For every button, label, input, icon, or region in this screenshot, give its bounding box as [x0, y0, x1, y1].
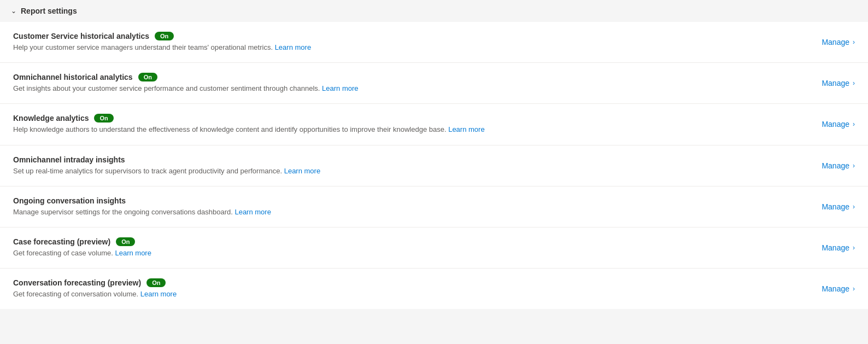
item-title-ongoing-conversation: Ongoing conversation insights [13, 196, 126, 205]
item-title-case-forecasting: Case forecasting (preview) [13, 237, 110, 246]
learn-more-link-knowledge-analytics[interactable]: Learn more [448, 125, 484, 133]
manage-link-omnichannel-historical[interactable]: Manage [822, 79, 849, 88]
item-left-case-forecasting: Case forecasting (preview) On Get foreca… [13, 237, 800, 258]
manage-link-case-forecasting[interactable]: Manage [822, 243, 849, 252]
item-right-omnichannel-intraday: Manage › [800, 161, 855, 170]
learn-more-link-ongoing-conversation[interactable]: Learn more [234, 208, 271, 216]
item-title-omnichannel-historical: Omnichannel historical analytics [13, 73, 133, 81]
chevron-right-icon-omnichannel-historical: › [853, 79, 855, 87]
item-title-row-knowledge-analytics: Knowledge analytics On [13, 114, 800, 123]
section-header[interactable]: ⌄ Report settings [0, 0, 868, 22]
settings-item-knowledge-analytics: Knowledge analytics On Help knowledge au… [0, 104, 868, 145]
item-title-row-customer-service-historical: Customer Service historical analytics On [13, 32, 800, 40]
item-left-omnichannel-intraday: Omnichannel intraday insights Set up rea… [13, 155, 800, 176]
learn-more-link-omnichannel-historical[interactable]: Learn more [322, 84, 358, 92]
item-description-case-forecasting: Get forecasting of case volume. Learn mo… [13, 248, 800, 258]
settings-list: Customer Service historical analytics On… [0, 22, 868, 309]
manage-link-customer-service-historical[interactable]: Manage [822, 38, 849, 46]
learn-more-link-customer-service-historical[interactable]: Learn more [275, 43, 311, 51]
settings-item-omnichannel-historical: Omnichannel historical analytics On Get … [0, 63, 868, 104]
settings-item-case-forecasting: Case forecasting (preview) On Get foreca… [0, 228, 868, 269]
item-left-customer-service-historical: Customer Service historical analytics On… [13, 32, 800, 53]
chevron-right-icon-knowledge-analytics: › [853, 120, 855, 128]
chevron-down-icon: ⌄ [11, 7, 16, 15]
item-title-row-conversation-forecasting: Conversation forecasting (preview) On [13, 278, 800, 287]
settings-item-omnichannel-intraday: Omnichannel intraday insights Set up rea… [0, 145, 868, 186]
learn-more-link-omnichannel-intraday[interactable]: Learn more [284, 167, 320, 175]
item-left-ongoing-conversation: Ongoing conversation insights Manage sup… [13, 196, 800, 217]
chevron-right-icon-customer-service-historical: › [853, 38, 855, 46]
settings-item-ongoing-conversation: Ongoing conversation insights Manage sup… [0, 186, 868, 228]
item-title-knowledge-analytics: Knowledge analytics [13, 114, 89, 123]
page-container: ⌄ Report settings Customer Service histo… [0, 0, 868, 309]
chevron-right-icon-conversation-forecasting: › [853, 285, 855, 293]
settings-item-conversation-forecasting: Conversation forecasting (preview) On Ge… [0, 269, 868, 309]
item-left-conversation-forecasting: Conversation forecasting (preview) On Ge… [13, 278, 800, 299]
manage-link-omnichannel-intraday[interactable]: Manage [822, 161, 849, 170]
item-right-conversation-forecasting: Manage › [800, 284, 855, 293]
item-left-knowledge-analytics: Knowledge analytics On Help knowledge au… [13, 114, 800, 135]
item-left-omnichannel-historical: Omnichannel historical analytics On Get … [13, 73, 800, 94]
chevron-right-icon-omnichannel-intraday: › [853, 162, 855, 170]
item-right-knowledge-analytics: Manage › [800, 120, 855, 129]
item-description-omnichannel-intraday: Set up real-time analytics for superviso… [13, 166, 800, 176]
item-right-case-forecasting: Manage › [800, 243, 855, 252]
item-description-omnichannel-historical: Get insights about your customer service… [13, 84, 800, 94]
chevron-right-icon-ongoing-conversation: › [853, 203, 855, 211]
badge-on-conversation-forecasting: On [146, 278, 166, 287]
learn-more-link-case-forecasting[interactable]: Learn more [115, 249, 151, 257]
item-description-conversation-forecasting: Get forecasting of conversation volume. … [13, 289, 800, 299]
section-title: Report settings [21, 7, 77, 15]
item-title-row-omnichannel-historical: Omnichannel historical analytics On [13, 73, 800, 81]
badge-on-case-forecasting: On [116, 237, 135, 246]
item-title-row-ongoing-conversation: Ongoing conversation insights [13, 196, 800, 205]
manage-link-knowledge-analytics[interactable]: Manage [822, 120, 849, 129]
badge-on-customer-service-historical: On [155, 32, 174, 40]
badge-on-knowledge-analytics: On [94, 114, 113, 123]
item-right-ongoing-conversation: Manage › [800, 202, 855, 211]
item-title-row-omnichannel-intraday: Omnichannel intraday insights [13, 155, 800, 164]
manage-link-ongoing-conversation[interactable]: Manage [822, 202, 849, 211]
item-description-knowledge-analytics: Help knowledge authors to understand the… [13, 125, 800, 135]
item-title-omnichannel-intraday: Omnichannel intraday insights [13, 155, 125, 164]
item-description-ongoing-conversation: Manage supervisor settings for the ongoi… [13, 207, 800, 217]
item-title-conversation-forecasting: Conversation forecasting (preview) [13, 278, 141, 287]
chevron-right-icon-case-forecasting: › [853, 244, 855, 252]
item-title-customer-service-historical: Customer Service historical analytics [13, 32, 149, 40]
item-title-row-case-forecasting: Case forecasting (preview) On [13, 237, 800, 246]
item-right-customer-service-historical: Manage › [800, 38, 855, 46]
settings-item-customer-service-historical: Customer Service historical analytics On… [0, 22, 868, 63]
manage-link-conversation-forecasting[interactable]: Manage [822, 284, 849, 293]
item-description-customer-service-historical: Help your customer service managers unde… [13, 43, 800, 53]
item-right-omnichannel-historical: Manage › [800, 79, 855, 88]
learn-more-link-conversation-forecasting[interactable]: Learn more [140, 290, 177, 298]
badge-on-omnichannel-historical: On [138, 73, 157, 81]
